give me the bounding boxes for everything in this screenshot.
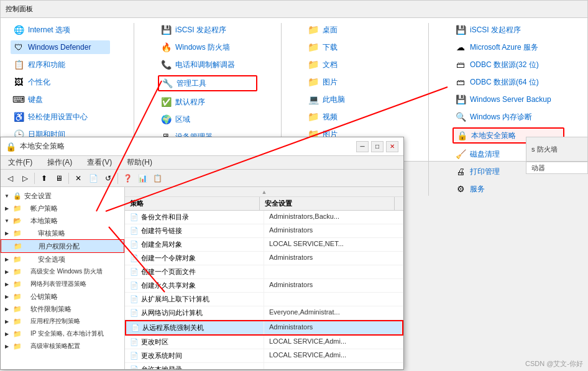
tree-security-options[interactable]: ▶ 📁 安全选项 xyxy=(1,253,124,265)
tree-security-settings[interactable]: ▼ 🔒 安全设置 xyxy=(1,190,124,202)
tree-expand-applocker: ▶ xyxy=(3,318,11,325)
cp-item-keyboard[interactable]: ⌨ 键盘 xyxy=(11,93,110,106)
close-button[interactable]: ✕ xyxy=(386,141,398,152)
table-row[interactable]: 📄 创建一个令牌对象 Administrators xyxy=(125,252,403,265)
cp-item-accessibility[interactable]: ♿ 轻松使用设置中心 xyxy=(11,110,110,124)
toolbar-properties[interactable]: 📄 xyxy=(86,172,100,185)
policy-label-11: 更改系统时间 xyxy=(141,351,182,360)
toolbar-refresh[interactable]: ↺ xyxy=(101,172,115,185)
toolbar-extra2[interactable]: 📋 xyxy=(150,172,164,185)
cp-item-thispc[interactable]: 💻 此电脑 xyxy=(305,93,405,106)
toolbar-sep-2 xyxy=(68,173,69,184)
cp-item-programs[interactable]: 📋 程序和功能 xyxy=(11,58,110,71)
table-row[interactable]: 📄 允许本地登录 xyxy=(125,363,403,369)
policy-icon-6: 📄 xyxy=(130,282,139,290)
tree-ipsec[interactable]: ▶ 📁 IP 安全策略, 在本地计算机 xyxy=(1,327,124,340)
table-row[interactable]: 📄 从扩展坞上取下计算机 xyxy=(125,293,403,306)
cell-security-3: LOCAL SERVICE,NET... xyxy=(264,238,403,251)
table-row[interactable]: 📄 创建永久共享对象 Administrators xyxy=(125,279,403,293)
cp-item-modem[interactable]: 📞 电话和调制解调器 xyxy=(158,58,257,71)
minimize-button[interactable]: ─ xyxy=(356,141,369,152)
toolbar-back[interactable]: ◁ xyxy=(3,172,17,185)
cp-item-odbc64[interactable]: 🗃 ODBC 数据源(64 位) xyxy=(452,75,564,89)
menu-file[interactable]: 文件(F) xyxy=(3,156,37,169)
toolbar-extra1[interactable]: 📊 xyxy=(136,172,149,185)
cp-item-pictures-label: 图片 xyxy=(323,77,338,88)
cp-item-internet[interactable]: 🌐 Internet 选项 xyxy=(11,23,110,37)
cp-item-firewall[interactable]: 🔥 Windows 防火墙 xyxy=(158,40,257,54)
table-row[interactable]: 📄 创建符号链接 Administrators xyxy=(125,224,403,238)
cp-item-region[interactable]: 🌍 区域 xyxy=(158,112,257,126)
tree-software[interactable]: ▶ 📁 软件限制策略 xyxy=(1,303,124,315)
toolbar-help[interactable]: ❓ xyxy=(121,172,134,185)
cp-item-videos[interactable]: 📁 视频 xyxy=(305,110,405,124)
cp-item-local-security-label: 本地安全策略 xyxy=(471,131,516,141)
accessibility-icon: ♿ xyxy=(13,111,24,122)
cp-item-documents-label: 文档 xyxy=(323,60,338,70)
tree-label-adv-fw: 高级安全 Windows 防火墙 xyxy=(24,267,103,276)
cp-item-default-progs[interactable]: ✅ 默认程序 xyxy=(158,95,257,109)
cp-item-defender-label: Windows Defender xyxy=(28,43,91,52)
cp-item-downloads[interactable]: 📁 下载 xyxy=(305,40,405,54)
tree-adv-firewall[interactable]: ▶ 📁 高级安全 Windows 防火墙 xyxy=(1,265,124,278)
window-title-left: 🔒 本地安全策略 xyxy=(6,141,65,152)
cp-item-desktop[interactable]: 📁 桌面 xyxy=(305,23,405,37)
tree-expand-software: ▶ xyxy=(3,305,11,313)
cp-item-odbc32[interactable]: 🗃 ODBC 数据源(32 位) xyxy=(452,58,564,71)
tree-account-policy[interactable]: ▶ 📁 帐户策略 xyxy=(1,202,124,214)
cp-item-memdiag[interactable]: 🔍 Windows 内存诊断 xyxy=(452,110,564,124)
admin-tools-icon: 🔧 xyxy=(162,78,173,89)
toolbar-delete[interactable]: ✕ xyxy=(71,172,85,185)
cp-item-iscsi2[interactable]: 💾 iSCSI 发起程序 xyxy=(452,23,564,37)
table-row[interactable]: 📄 更改系统时间 LOCAL SERVICE,Admi... xyxy=(125,349,403,363)
table-rows[interactable]: 📄 备份文件和目录 Administrators,Backu... 📄 创建符号… xyxy=(125,211,403,369)
cp-item-defender[interactable]: 🛡 Windows Defender xyxy=(11,40,110,54)
cell-security-12 xyxy=(264,363,403,369)
tree-user-rights[interactable]: 📁 用户权限分配 xyxy=(1,239,124,253)
toolbar-forward[interactable]: ▷ xyxy=(18,172,32,185)
table-row[interactable]: 📄 创建全局对象 LOCAL SERVICE,NET... xyxy=(125,238,403,252)
menu-view[interactable]: 查看(V) xyxy=(82,156,117,169)
cp-item-azure[interactable]: ☁ Microsoft Azure 服务 xyxy=(452,40,564,54)
azure-icon: ☁ xyxy=(455,42,466,53)
table-row-selected[interactable]: 📄 从远程系统强制关机 Administrators xyxy=(125,320,403,336)
maximize-button[interactable]: □ xyxy=(371,141,384,152)
toolbar-show-hide[interactable]: 🖥 xyxy=(52,172,66,185)
tree-icon-adv-audit: 📁 xyxy=(12,341,22,351)
menu-action[interactable]: 操作(A) xyxy=(42,156,77,169)
toolbar-up[interactable]: ⬆ xyxy=(37,172,51,185)
tree-audit-policy[interactable]: ▶ 📁 审核策略 xyxy=(1,227,124,239)
table-row[interactable]: 📄 备份文件和目录 Administrators,Backu... xyxy=(125,211,403,224)
cp-item-services[interactable]: ⚙ 服务 xyxy=(452,182,564,196)
cp-item-admin-tools[interactable]: 🔧 管理工具 xyxy=(158,75,257,91)
tree-icon-netlist: 📁 xyxy=(12,279,22,289)
tree-label-audit: 审核策略 xyxy=(24,229,65,238)
cp-item-downloads-label: 下载 xyxy=(323,42,338,53)
tree-pubkey[interactable]: ▶ 📁 公钥策略 xyxy=(1,290,124,303)
tree-local-policy[interactable]: ▼ 📂 本地策略 xyxy=(1,214,124,227)
watermark-text: CSDN @艾文-你好 xyxy=(525,360,583,367)
table-row[interactable]: 📄 更改时区 LOCAL SERVICE,Admi... xyxy=(125,336,403,349)
cp-item-personalize-label: 个性化 xyxy=(28,77,50,88)
cp-item-documents[interactable]: 📁 文档 xyxy=(305,58,405,71)
window-content: ▼ 🔒 安全设置 ▶ 📁 帐户策略 ▼ 📂 本地策略 ▶ 📁 审核策略 xyxy=(1,187,403,369)
tree-label-ipsec: IP 安全策略, 在本地计算机 xyxy=(24,329,104,338)
cp-item-iscsi[interactable]: 💾 iSCSI 发起程序 xyxy=(158,23,257,37)
table-row[interactable]: 📄 创建一个页面文件 xyxy=(125,265,403,279)
modem-icon: 📞 xyxy=(160,59,172,70)
tree-expand-adv-audit: ▶ xyxy=(3,342,11,350)
tree-adv-audit[interactable]: ▶ 📁 高级审核策略配置 xyxy=(1,340,124,352)
header-policy: 策略 xyxy=(125,197,260,210)
window-titlebar: 🔒 本地安全策略 ─ □ ✕ xyxy=(1,137,403,156)
tree-netlist[interactable]: ▶ 📁 网络列表管理器策略 xyxy=(1,278,124,290)
cp-item-personalize[interactable]: 🖼 个性化 xyxy=(11,75,110,89)
policy-icon-11: 📄 xyxy=(130,352,139,360)
table-row[interactable]: 📄 从网络访问此计算机 Everyone,Administrat... xyxy=(125,306,403,320)
tree-icon-applocker: 📁 xyxy=(12,316,22,326)
tree-expand-audit: ▶ xyxy=(3,229,11,237)
programs-icon: 📋 xyxy=(13,59,24,70)
menu-help[interactable]: 帮助(H) xyxy=(122,156,157,169)
cp-item-wsb[interactable]: 💾 Windows Server Backup xyxy=(452,93,564,106)
tree-applocker[interactable]: ▶ 📁 应用程序控制策略 xyxy=(1,315,124,327)
cp-item-pictures[interactable]: 📁 图片 xyxy=(305,75,405,89)
